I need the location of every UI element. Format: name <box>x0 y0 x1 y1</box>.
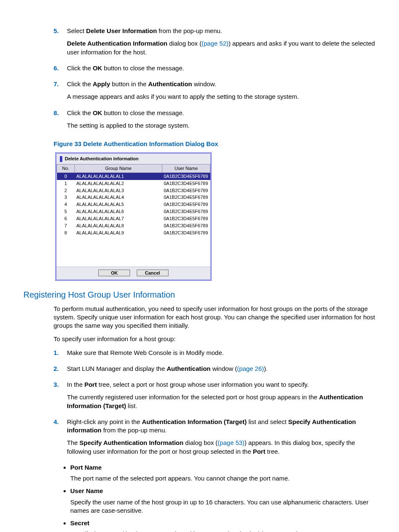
step-number: 4. <box>54 418 67 460</box>
figure-caption: Figure 33 Delete Authentication Informat… <box>54 140 376 148</box>
dialog-delete-auth-info: Delete Authentication information No. Gr… <box>55 152 212 280</box>
step-paragraph: The setting is applied to the storage sy… <box>67 121 376 130</box>
text: dialog box ( <box>167 40 202 47</box>
bullet-title: Secret <box>70 519 376 527</box>
cell-no: 8 <box>57 229 75 236</box>
step-paragraph: Right-click any point in the Authenticat… <box>67 418 376 435</box>
text: The <box>67 439 79 446</box>
cell-user-name: 0A1B2C3D4E5F6789 <box>162 180 210 187</box>
bold-text: Port <box>253 448 265 455</box>
table-row[interactable]: 1ALALALALALALALAL20A1B2C3D4E5F6789 <box>57 180 210 187</box>
cell-no: 7 <box>57 222 75 229</box>
page-reference-link[interactable]: (page 53) <box>217 439 244 446</box>
cell-user-name: 0A1B2C3D4E5F6789 <box>162 201 210 208</box>
step-row: 3.In the Port tree, select a port or hos… <box>54 380 376 414</box>
table-row[interactable]: 0ALALALALALALALAL10A1B2C3D4E5F6789 <box>57 172 210 180</box>
intro-paragraph: To specify user information for a host g… <box>54 335 376 343</box>
table-row[interactable]: 4ALALALALALALALAL50A1B2C3D4E5F6789 <box>57 201 210 208</box>
step-paragraph: The currently registered user informatio… <box>67 393 376 410</box>
text: Right-click any point in the <box>67 418 142 425</box>
cell-user-name: 0A1B2C3D4E5F6789 <box>162 229 210 236</box>
table-row[interactable]: 8ALALALALALALALAL90A1B2C3D4E5F6789 <box>57 229 210 236</box>
text: Click the <box>67 80 93 87</box>
text: ). <box>264 365 268 372</box>
text: button in the <box>110 80 148 87</box>
step-number: 3. <box>54 380 67 414</box>
text: button to close the message. <box>102 109 184 116</box>
cell-no: 5 <box>57 208 75 215</box>
col-header-no[interactable]: No. <box>57 164 75 173</box>
step-row: 1.Make sure that Remote Web Console is i… <box>54 349 376 361</box>
cell-group-name: ALALALALALALALAL7 <box>75 215 162 222</box>
step-row: 5.Select Delete User Information from th… <box>54 27 376 61</box>
col-header-group-name[interactable]: Group Name <box>75 164 162 173</box>
cell-group-name: ALALALALALALALAL6 <box>75 208 162 215</box>
section-heading: Registering Host Group User Information <box>23 289 376 301</box>
text: tree. <box>265 448 279 455</box>
bullet-paragraph: Specify the user name of the host group … <box>70 498 376 515</box>
cell-no: 3 <box>57 194 75 201</box>
cancel-button[interactable]: Cancel <box>137 270 169 276</box>
step-row: 4.Right-click any point in the Authentic… <box>54 418 376 460</box>
step-number: 6. <box>54 64 67 77</box>
step-row: 6.Click the OK button to close the messa… <box>54 64 376 77</box>
bold-text: Apply <box>93 80 110 87</box>
cell-user-name: 0A1B2C3D4E5F6789 <box>162 187 210 194</box>
text: from the pop-up menu. <box>157 27 222 34</box>
ok-button[interactable]: OK <box>98 270 130 276</box>
bullet-item: Port NameThe port name of the selected p… <box>70 463 376 483</box>
cell-user-name: 0A1B2C3D4E5F6789 <box>162 194 210 201</box>
auth-info-table[interactable]: No. Group Name User Name 0ALALALALALALAL… <box>56 164 210 236</box>
page-reference-link[interactable]: (page 52) <box>202 40 228 47</box>
cell-group-name: ALALALALALALALAL2 <box>75 180 162 187</box>
step-paragraph: Click the Apply button in the Authentica… <box>67 80 376 88</box>
bullet-title: Port Name <box>70 463 376 472</box>
text: tree, select a port or host group whose … <box>97 381 309 388</box>
cell-no: 6 <box>57 215 75 222</box>
col-header-user-name[interactable]: User Name <box>162 164 210 173</box>
cell-no: 2 <box>57 187 75 194</box>
table-row[interactable]: 6ALALALALALALALAL70A1B2C3D4E5F6789 <box>57 215 210 222</box>
text: The currently registered user informatio… <box>67 393 319 401</box>
cell-user-name: 0A1B2C3D4E5F6789 <box>162 172 210 180</box>
text: list. <box>126 402 137 409</box>
step-paragraph: Click the OK button to close the message… <box>67 64 376 72</box>
bullet-item: User NameSpecify the user name of the ho… <box>70 487 376 515</box>
table-row[interactable]: 2ALALALALALALALAL30A1B2C3D4E5F6789 <box>57 187 210 194</box>
step-paragraph: Delete Authentication Information dialog… <box>67 39 376 57</box>
step-number: 5. <box>54 27 67 61</box>
cell-user-name: 0A1B2C3D4E5F6789 <box>162 222 210 229</box>
bold-text: Authentication Information (Target) <box>142 418 247 425</box>
dialog-list-empty-area <box>56 236 210 267</box>
cell-group-name: ALALALALALALALAL5 <box>75 201 162 208</box>
step-body: Make sure that Remote Web Console is in … <box>67 349 376 361</box>
step-body: Select Delete User Information from the … <box>67 27 376 61</box>
page-reference-link[interactable]: (page 26) <box>237 365 264 372</box>
bold-text: Authentication <box>166 365 210 372</box>
cell-user-name: 0A1B2C3D4E5F6789 <box>162 215 210 222</box>
table-row[interactable]: 5ALALALALALALALAL60A1B2C3D4E5F6789 <box>57 208 210 215</box>
bold-text: OK <box>93 109 102 116</box>
step-paragraph: The Specify Authentication Information d… <box>67 439 376 456</box>
step-row: 7.Click the Apply button in the Authenti… <box>54 80 376 105</box>
step-paragraph: In the Port tree, select a port or host … <box>67 380 376 389</box>
cell-no: 4 <box>57 201 75 208</box>
step-paragraph: A message appears and asks if you want t… <box>67 93 376 101</box>
step-number: 1. <box>54 349 67 361</box>
table-row[interactable]: 3ALALALALALALALAL40A1B2C3D4E5F6789 <box>57 194 210 201</box>
text: Make sure that Remote Web Console is in … <box>67 349 224 356</box>
step-paragraph: Make sure that Remote Web Console is in … <box>67 349 376 357</box>
step-row: 2.Start LUN Manager and display the Auth… <box>54 365 376 377</box>
text: A message appears and asks if you want t… <box>67 93 299 100</box>
table-row[interactable]: 7ALALALALALALALAL80A1B2C3D4E5F6789 <box>57 222 210 229</box>
cell-group-name: ALALALALALALALAL1 <box>75 172 162 180</box>
bullet-item: SecretSpecify the secret (that is, a pas… <box>70 519 376 532</box>
text: In the <box>67 381 84 388</box>
cell-group-name: ALALALALALALALAL8 <box>75 222 162 229</box>
text: Click the <box>67 64 93 72</box>
step-paragraph: Start LUN Manager and display the Authen… <box>67 365 376 373</box>
text: Select <box>67 27 86 34</box>
cell-group-name: ALALALALALALALAL4 <box>75 194 162 201</box>
step-body: Right-click any point in the Authenticat… <box>67 418 376 460</box>
text: window ( <box>210 365 237 372</box>
